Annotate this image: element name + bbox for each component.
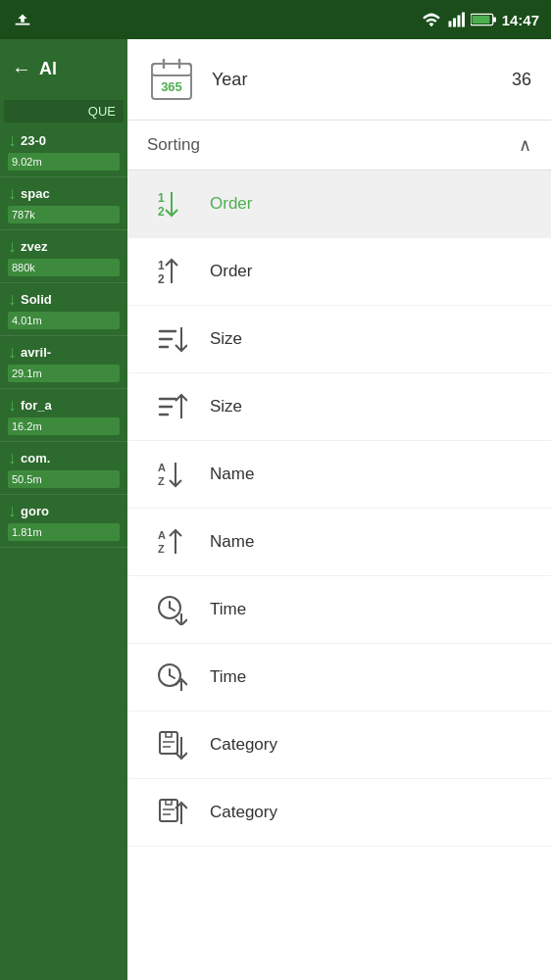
sorting-header[interactable]: Sorting ∧ <box>127 121 551 171</box>
size-bar: 880k <box>8 259 120 276</box>
svg-text:1: 1 <box>158 259 165 272</box>
size-asc-icon <box>147 387 196 426</box>
time-asc-icon <box>147 658 196 697</box>
svg-line-34 <box>170 608 175 611</box>
order-desc-icon: 1 2 <box>147 184 196 223</box>
sort-item-time-desc[interactable]: Time <box>127 576 551 644</box>
svg-text:1: 1 <box>158 191 165 205</box>
svg-rect-3 <box>462 13 465 27</box>
name-asc-icon: A Z <box>147 522 196 562</box>
sort-item-label: Time <box>210 667 246 687</box>
svg-text:A: A <box>158 529 166 541</box>
size-bar: 16.2m <box>8 417 120 435</box>
year-label: Year <box>212 70 512 90</box>
download-arrow-icon: ↓ <box>8 289 17 310</box>
list-item[interactable]: ↓ zvez 880k <box>0 230 127 283</box>
item-name: ↓ Solid <box>8 289 120 310</box>
signal-icon <box>447 12 465 27</box>
download-arrow-icon: ↓ <box>8 395 17 416</box>
item-name: ↓ goro <box>8 501 120 521</box>
list-item[interactable]: ↓ com. 50.5m <box>0 442 127 495</box>
calendar-icon: 365 <box>147 55 196 104</box>
sort-item-name-asc[interactable]: A Z Name <box>127 509 551 576</box>
size-bar: 9.02m <box>8 153 120 171</box>
svg-text:Z: Z <box>158 475 165 487</box>
sort-item-label: Order <box>210 194 252 214</box>
category-asc-icon <box>147 793 196 832</box>
svg-text:365: 365 <box>161 79 182 94</box>
sort-dropdown-panel: 365 Year 36 Sorting ∧ 1 2 Order 1 2 <box>127 39 551 980</box>
svg-line-38 <box>170 675 175 678</box>
name-desc-icon: A Z <box>147 455 196 494</box>
sort-item-name-desc[interactable]: A Z Name <box>127 441 551 509</box>
svg-text:A: A <box>158 462 166 473</box>
status-bar-right: 14:47 <box>422 12 539 28</box>
sort-item-label: Size <box>210 329 242 349</box>
app-title: Al <box>39 59 57 79</box>
status-time: 14:47 <box>502 12 539 28</box>
sort-size-desc-svg <box>156 323 187 355</box>
item-name: ↓ avril- <box>8 342 120 363</box>
size-bar: 1.81m <box>8 523 120 541</box>
list-item[interactable]: ↓ goro 1.81m <box>0 495 127 548</box>
list-item[interactable]: ↓ avril- 29.1m <box>0 336 127 389</box>
sort-item-label: Name <box>210 465 254 484</box>
sorting-label: Sorting <box>147 135 200 155</box>
item-name: ↓ zvez <box>8 236 120 257</box>
size-desc-icon <box>147 319 196 359</box>
size-bar: 50.5m <box>8 470 120 488</box>
sort-item-category-desc[interactable]: Category <box>127 711 551 779</box>
size-bar: 4.01m <box>8 312 120 329</box>
sort-item-size-asc[interactable]: Size <box>127 373 551 441</box>
list-item[interactable]: ↓ for_a 16.2m <box>0 389 127 442</box>
download-arrow-icon: ↓ <box>8 448 17 468</box>
queue-label: QUE <box>4 100 124 122</box>
list-item[interactable]: ↓ 23-0 9.02m <box>0 124 127 177</box>
download-arrow-icon: ↓ <box>8 236 17 257</box>
sort-item-time-asc[interactable]: Time <box>127 644 551 711</box>
item-name: ↓ for_a <box>8 395 120 416</box>
app-header: ← Al <box>0 39 127 98</box>
svg-text:Z: Z <box>158 543 165 555</box>
download-arrow-icon: ↓ <box>8 342 17 363</box>
sort-item-label: Order <box>210 262 252 281</box>
sort-item-category-asc[interactable]: Category <box>127 779 551 847</box>
order-asc-icon: 1 2 <box>147 252 196 291</box>
svg-text:2: 2 <box>158 205 165 219</box>
sort-order-asc-svg: 1 2 <box>156 256 187 287</box>
status-bar: 14:47 <box>0 0 551 39</box>
svg-rect-5 <box>492 18 495 23</box>
item-name: ↓ com. <box>8 448 120 468</box>
svg-text:2: 2 <box>158 272 165 286</box>
sort-category-asc-svg <box>156 797 187 828</box>
size-bar: 29.1m <box>8 365 120 382</box>
sort-item-size-desc[interactable]: Size <box>127 306 551 373</box>
svg-rect-1 <box>453 19 456 27</box>
sort-name-asc-svg: A Z <box>156 526 187 558</box>
list-item[interactable]: ↓ spac 787k <box>0 177 127 230</box>
svg-rect-6 <box>472 16 489 24</box>
item-name: ↓ 23-0 <box>8 130 120 151</box>
item-name: ↓ spac <box>8 183 120 204</box>
sort-name-desc-svg: A Z <box>156 459 187 490</box>
sort-time-asc-svg <box>156 662 187 693</box>
sort-size-asc-svg <box>156 391 187 422</box>
sort-item-order-asc[interactable]: 1 2 Order <box>127 238 551 306</box>
back-button[interactable]: ← <box>12 58 31 80</box>
svg-rect-8 <box>152 64 191 75</box>
size-bar: 787k <box>8 206 120 223</box>
download-arrow-icon: ↓ <box>8 130 17 151</box>
sort-item-label: Time <box>210 600 246 619</box>
category-desc-icon <box>147 725 196 764</box>
year-section[interactable]: 365 Year 36 <box>127 39 551 121</box>
list-item[interactable]: ↓ Solid 4.01m <box>0 283 127 336</box>
svg-rect-40 <box>160 732 177 754</box>
year-value: 36 <box>512 70 531 90</box>
download-status-icon <box>12 9 33 30</box>
sort-item-order-desc[interactable]: 1 2 Order <box>127 171 551 238</box>
wifi-icon <box>422 12 441 27</box>
download-arrow-icon: ↓ <box>8 501 17 521</box>
sort-item-label: Size <box>210 397 242 416</box>
download-arrow-icon: ↓ <box>8 183 17 204</box>
svg-rect-0 <box>448 22 451 27</box>
